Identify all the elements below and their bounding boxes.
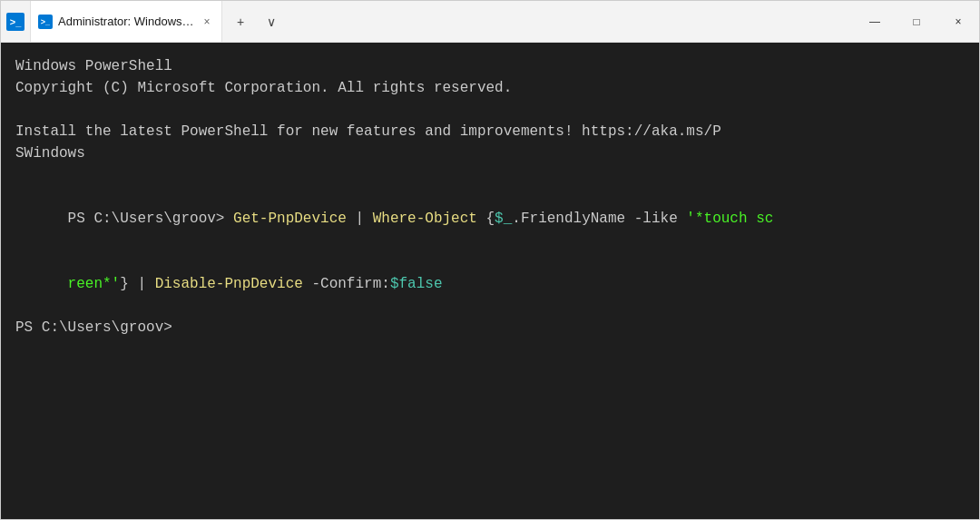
cmd-disable-pnp: Disable-PnpDevice xyxy=(155,276,303,292)
new-tab-button[interactable]: + xyxy=(226,7,255,36)
cmd-like: -like xyxy=(625,211,686,227)
tab-close-button[interactable]: × xyxy=(200,15,214,29)
active-tab[interactable]: >_ Administrator: Windows PowerS × xyxy=(30,1,222,42)
cmd-touch-screen-2: reen*' xyxy=(68,276,121,292)
cmd-brace-pipe: } | xyxy=(120,276,154,292)
cmd-dollar-underscore: $_ xyxy=(495,211,512,227)
cmd-dot: . xyxy=(512,211,521,227)
titlebar: >_ >_ Administrator: Windows PowerS × + … xyxy=(1,1,979,43)
cmd-where-object: Where-Object xyxy=(373,211,477,227)
terminal-line-prompt2: PS C:\Users\groov> xyxy=(15,317,965,338)
prompt-1: PS C:\Users\groov> xyxy=(68,211,233,227)
terminal-line-4: Install the latest PowerShell for new fe… xyxy=(15,121,965,142)
terminal-line-5: SWindows xyxy=(15,142,965,164)
cmd-touch-screen-1: '*touch sc xyxy=(686,211,773,227)
terminal-blank-1 xyxy=(15,99,965,121)
dropdown-button[interactable]: ∨ xyxy=(257,7,286,36)
cmd-brace-open: { xyxy=(477,211,495,227)
tab-ps-icon: >_ xyxy=(38,15,53,29)
window: >_ >_ Administrator: Windows PowerS × + … xyxy=(0,0,980,520)
terminal-line-cmd2: reen*'} | Disable-PnpDevice -Confirm:$fa… xyxy=(15,251,965,317)
powershell-icon: >_ xyxy=(6,13,24,31)
terminal-blank-2 xyxy=(15,164,965,186)
tab-title: Administrator: Windows PowerS xyxy=(58,15,194,28)
cmd-pipe-1: | xyxy=(347,211,373,227)
maximize-button[interactable]: □ xyxy=(896,1,937,43)
terminal-line-1: Windows PowerShell xyxy=(15,55,965,77)
tab-area: >_ >_ Administrator: Windows PowerS × + … xyxy=(1,1,854,42)
cmd-confirm: -Confirm: xyxy=(303,276,390,292)
tab-controls: + ∨ xyxy=(222,1,289,42)
cmd-friendly-name: FriendlyName xyxy=(521,211,625,227)
terminal-content[interactable]: Windows PowerShell Copyright (C) Microso… xyxy=(1,43,979,519)
minimize-button[interactable]: — xyxy=(854,1,896,43)
cmd-get-pnp: Get-PnpDevice xyxy=(233,211,347,227)
window-controls: — □ × xyxy=(854,1,979,42)
terminal-line-cmd1: PS C:\Users\groov> Get-PnpDevice | Where… xyxy=(15,186,965,251)
tab-icon-area: >_ xyxy=(1,1,30,43)
cmd-false: $false xyxy=(390,276,443,292)
close-button[interactable]: × xyxy=(937,1,979,43)
the-word: the xyxy=(85,123,112,140)
terminal-line-2: Copyright (C) Microsoft Corporation. All… xyxy=(15,77,965,99)
